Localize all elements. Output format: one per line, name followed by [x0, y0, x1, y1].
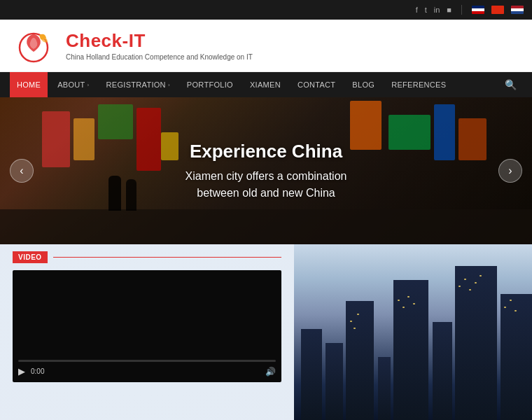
- twitter-icon[interactable]: t: [425, 6, 427, 14]
- nav-registration[interactable]: REGISTRATION ›: [99, 72, 177, 97]
- linkedin-icon[interactable]: in: [434, 6, 440, 14]
- main-content: VIDEO ▶ 0:00 🔊: [0, 244, 532, 420]
- right-section: [294, 244, 532, 420]
- building-3: [346, 301, 374, 420]
- flag-uk[interactable]: [472, 6, 484, 14]
- window-light: [354, 328, 356, 329]
- building-6: [433, 322, 452, 420]
- play-button[interactable]: ▶: [18, 366, 25, 377]
- nav-contact[interactable]: CONTACT: [290, 72, 342, 97]
- slider-prev-button[interactable]: ‹: [10, 159, 34, 183]
- rss-icon[interactable]: ■: [447, 6, 451, 14]
- window-light: [458, 286, 461, 287]
- left-section: VIDEO ▶ 0:00 🔊: [0, 244, 294, 420]
- navbar: HOME ABOUT › REGISTRATION › PORTFOLIO XI…: [0, 72, 532, 97]
- window-light: [469, 289, 471, 290]
- video-time: 0:00: [31, 368, 44, 375]
- video-label-row: VIDEO: [0, 244, 294, 267]
- building-4: [378, 357, 391, 420]
- window-light: [479, 275, 482, 276]
- nav-blog[interactable]: BLOG: [345, 72, 382, 97]
- nav-about[interactable]: ABOUT ›: [50, 72, 96, 97]
- building-8: [500, 294, 532, 420]
- slider-content: Experience China Xiamen city offers a co…: [186, 141, 347, 202]
- nav-references[interactable]: REFERENCES: [384, 72, 453, 97]
- building-1: [301, 329, 322, 420]
- nav-portfolio[interactable]: PORTFOLIO: [180, 72, 240, 97]
- header: Check-IT China Holland Education Compete…: [0, 20, 532, 72]
- building-7: [455, 266, 497, 420]
- video-divider: [53, 257, 281, 258]
- volume-icon[interactable]: 🔊: [265, 367, 276, 377]
- site-tagline: China Holland Education Competence and K…: [66, 53, 253, 61]
- top-bar: f t in ■: [0, 0, 532, 20]
- nav-home[interactable]: HOME: [10, 72, 48, 97]
- window-light: [357, 314, 359, 315]
- logo-icon: [14, 25, 56, 66]
- site-title: Check-IT: [66, 30, 253, 52]
- slider-subtitle: Xiamen city offers a combinationbetween …: [186, 168, 347, 202]
- search-icon[interactable]: 🔍: [499, 79, 522, 90]
- window-light: [407, 296, 410, 298]
- building-5: [393, 280, 428, 420]
- hero-slider: Experience China Xiamen city offers a co…: [0, 97, 532, 244]
- about-arrow: ›: [88, 82, 90, 88]
- video-badge: VIDEO: [13, 251, 48, 263]
- window-light: [464, 279, 466, 280]
- facebook-icon[interactable]: f: [416, 6, 418, 14]
- flag-nl[interactable]: [511, 6, 524, 14]
- video-progress-bar[interactable]: [18, 360, 276, 362]
- nav-xiamen[interactable]: XIAMEN: [243, 72, 288, 97]
- slider-title: Experience China: [186, 141, 347, 162]
- window-light: [413, 303, 415, 304]
- window-light: [504, 307, 506, 308]
- window-light: [475, 282, 477, 284]
- window-light: [350, 321, 352, 322]
- video-player[interactable]: ▶ 0:00 🔊: [13, 270, 281, 382]
- registration-arrow: ›: [168, 82, 170, 88]
- video-controls: ▶ 0:00 🔊: [18, 366, 276, 377]
- window-light: [514, 310, 517, 312]
- slider-next-button[interactable]: ›: [498, 159, 522, 183]
- window-light: [510, 300, 512, 301]
- logo-text: Check-IT China Holland Education Compete…: [66, 30, 253, 61]
- flag-cn[interactable]: [491, 6, 504, 14]
- building-2: [326, 343, 343, 420]
- window-light: [402, 307, 405, 308]
- window-light: [398, 300, 400, 301]
